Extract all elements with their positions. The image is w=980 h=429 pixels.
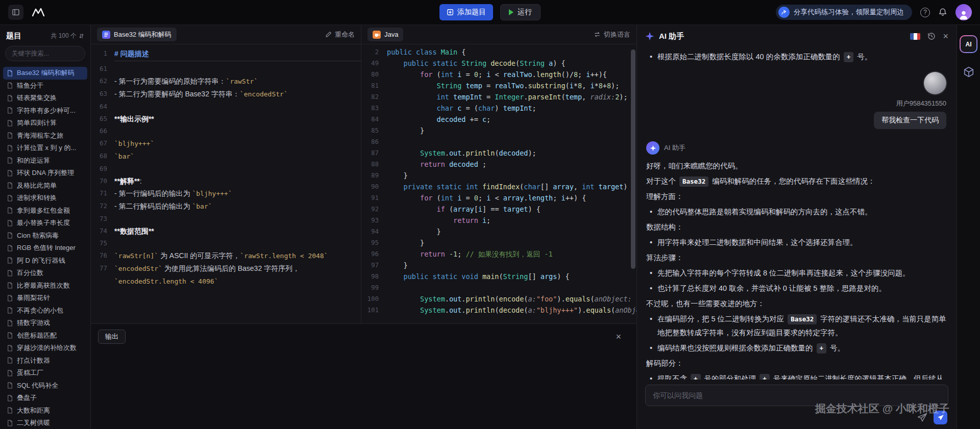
sort-icon[interactable]: [79, 33, 84, 39]
code-line[interactable]: 95 }: [361, 237, 636, 248]
code-scrollbar[interactable]: [631, 49, 635, 269]
rename-button[interactable]: 重命名: [325, 30, 355, 39]
sidebar-item[interactable]: 环状 DNA 序列整理: [3, 167, 87, 180]
markdown-line[interactable]: 75: [91, 237, 361, 249]
code-line[interactable]: 80 for (int i = 0; i < realTwo.length()/…: [361, 69, 636, 80]
chat-user-avatar[interactable]: [924, 72, 946, 94]
sidebar-item[interactable]: 猜数字游戏: [3, 317, 87, 330]
code-line[interactable]: 81 String temp = realTwo.substring(i*8, …: [361, 80, 636, 91]
code-line[interactable]: 97 }: [361, 260, 636, 271]
ai-message-input[interactable]: [645, 385, 948, 406]
code-line[interactable]: 93 return i;: [361, 215, 636, 226]
sidebar-item[interactable]: 猫鱼分干: [3, 80, 87, 92]
markdown-line[interactable]: 67`bljhy+++`: [91, 137, 361, 150]
sidebar-toggle-button[interactable]: [8, 5, 23, 20]
markdown-line[interactable]: 73: [91, 213, 361, 225]
code-line[interactable]: 90 private static int findIndex(char[] a…: [361, 181, 636, 192]
rail-ai-assistant-button[interactable]: AI: [960, 35, 977, 53]
markdown-line[interactable]: 71- 第一行编码后的输出为 `bljhy+++`: [91, 187, 361, 200]
app-logo[interactable]: [32, 7, 45, 17]
sidebar-item[interactable]: 简单四则计算: [3, 117, 87, 130]
sidebar-item[interactable]: 链表聚集交换: [3, 92, 87, 105]
code-line[interactable]: 91 for (int i = 0; i < array.length; i++…: [361, 192, 636, 204]
user-avatar[interactable]: [955, 4, 972, 20]
code-line[interactable]: 83 char c = (char) tempInt;: [361, 103, 636, 114]
markdown-line[interactable]: 68`bar`: [91, 150, 361, 163]
sidebar-item[interactable]: 比赛最高获胜次数: [3, 280, 87, 292]
markdown-line[interactable]: 69: [91, 163, 361, 175]
code-line[interactable]: 100 System.out.println(encode(a:"foo").e…: [361, 293, 636, 305]
markdown-line[interactable]: 64: [91, 100, 361, 113]
run-button[interactable]: 运行: [500, 4, 541, 20]
sidebar-item[interactable]: 百分位数: [3, 267, 87, 280]
line-content: `encodedStr` 为使用此算法编码后的 Base32 字符序列，`enc…: [114, 262, 361, 288]
sidebar-item[interactable]: 二叉树供暖: [3, 417, 87, 429]
sidebar-item[interactable]: 青海湖租车之旅: [3, 130, 87, 142]
code-line[interactable]: 82 int tempInt = Integer.parseInt(temp, …: [361, 91, 636, 103]
sidebar-item[interactable]: RGB 色值转 Integer: [3, 242, 87, 255]
sidebar-item[interactable]: Base32 编码和解码: [3, 67, 87, 80]
markdown-line[interactable]: 72- 第二行解码后的输出为 `bar`: [91, 200, 361, 213]
sidebar-item[interactable]: 大数和距离: [3, 405, 87, 417]
problem-tab[interactable]: Base32 编码和解码: [97, 28, 177, 41]
markdown-line[interactable]: 74**数据范围**: [91, 225, 361, 237]
language-flag-icon[interactable]: [910, 33, 920, 40]
sidebar-item[interactable]: 创意标题匹配: [3, 330, 87, 342]
output-tab[interactable]: 输出: [98, 330, 126, 344]
markdown-line[interactable]: 76`rawStr[n]` 为 ASCII 的可显示字符，`rawStr.len…: [91, 249, 361, 262]
search-input[interactable]: [5, 46, 85, 61]
code-line[interactable]: 2public class Main {: [361, 46, 636, 58]
code-line[interactable]: 89 }: [361, 170, 636, 181]
sidebar-item[interactable]: 拿到最多红包金额: [3, 205, 87, 217]
markdown-line[interactable]: 63- 第二行为需要解码的 Base32 字符串：`encodedStr`: [91, 88, 361, 100]
markdown-line[interactable]: 77`encodedStr` 为使用此算法编码后的 Base32 字符序列，`e…: [91, 262, 361, 288]
code-line[interactable]: 99: [361, 282, 636, 293]
code-line[interactable]: 86: [361, 136, 636, 147]
code-line[interactable]: 87 System.out.println(decoded);: [361, 147, 636, 159]
code-line[interactable]: 84 decoded += c;: [361, 114, 636, 125]
add-question-button[interactable]: 添加题目: [439, 4, 493, 20]
promo-banner[interactable]: 分享代码练习体验，领限量定制周边: [776, 5, 912, 20]
sidebar-item[interactable]: 叠盘子: [3, 392, 87, 405]
history-icon[interactable]: [927, 32, 936, 40]
ai-close-button[interactable]: ×: [943, 32, 948, 41]
sidebar-item[interactable]: 阿 D 的飞行器钱: [3, 255, 87, 267]
sidebar-item[interactable]: 字符串有多少种可...: [3, 105, 87, 117]
sidebar-item[interactable]: 打点计数器: [3, 355, 87, 367]
sidebar-item[interactable]: 穿越沙漠的补给次数: [3, 342, 87, 355]
markdown-line[interactable]: 1# 问题描述: [91, 47, 361, 63]
send-plane-icon[interactable]: [917, 413, 927, 423]
language-tab-java[interactable]: Java: [368, 28, 403, 41]
markdown-line[interactable]: 62- 第一行为需要编码的原始字符串：`rawStr`: [91, 75, 361, 88]
sidebar-item[interactable]: 和的逆运算: [3, 155, 87, 167]
send-button[interactable]: [934, 411, 947, 424]
inline-code-chip: +: [844, 52, 854, 62]
help-button[interactable]: ?: [920, 8, 930, 17]
sidebar-item[interactable]: 计算位置 x 到 y 的...: [3, 142, 87, 155]
line-number: 76: [91, 249, 114, 262]
code-line[interactable]: 98 public static void main(String[] args…: [361, 271, 636, 282]
sidebar-item[interactable]: Cion 勒索病毒: [3, 230, 87, 242]
output-close-button[interactable]: ×: [616, 332, 621, 341]
sidebar-item[interactable]: 及格比此简单: [3, 180, 87, 192]
code-line[interactable]: 49 public static String decode(String a)…: [361, 58, 636, 69]
markdown-line[interactable]: 70**解释**:: [91, 175, 361, 187]
sidebar-item[interactable]: 最小替换子串长度: [3, 217, 87, 230]
markdown-line[interactable]: 61: [91, 63, 361, 75]
markdown-line[interactable]: 66: [91, 125, 361, 137]
markdown-line[interactable]: 65**输出示例**: [91, 113, 361, 125]
code-line[interactable]: 92 if (array[i] == target) {: [361, 204, 636, 215]
code-line[interactable]: 85 }: [361, 125, 636, 136]
code-line[interactable]: 94 }: [361, 226, 636, 237]
code-line[interactable]: 88 return decoded ;: [361, 159, 636, 170]
sidebar-item[interactable]: 暴雨梨花针: [3, 292, 87, 305]
switch-language-button[interactable]: 切换语言: [594, 30, 630, 39]
notifications-button[interactable]: [938, 8, 947, 17]
code-line[interactable]: 96 return -1; // 如果没有找到，返回 -1: [361, 248, 636, 260]
code-line[interactable]: 101 System.out.println(decode(a:"bljhy++…: [361, 305, 636, 316]
sidebar-item[interactable]: 不再贪心的小包: [3, 305, 87, 317]
sidebar-item[interactable]: 进制求和转换: [3, 192, 87, 205]
sidebar-item[interactable]: SQL 代码补全: [3, 380, 87, 392]
rail-tool-button[interactable]: [963, 66, 974, 78]
sidebar-item[interactable]: 蛋糕工厂: [3, 367, 87, 380]
